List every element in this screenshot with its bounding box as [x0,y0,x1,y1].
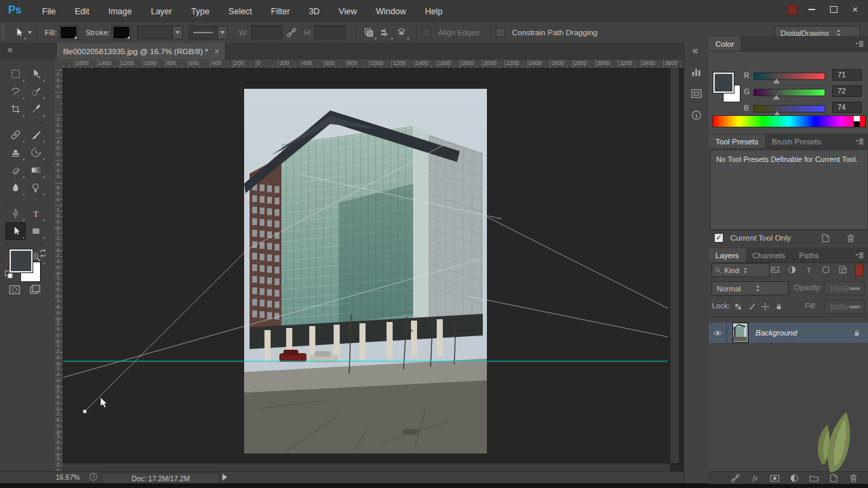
layer-style-icon[interactable]: fx [749,472,761,483]
filter-kind-combo[interactable]: Kind [711,263,770,277]
menu-view[interactable]: View [329,0,366,22]
menu-layer[interactable]: Layer [141,0,181,22]
lasso-tool[interactable] [5,83,26,100]
maximize-button[interactable] [826,4,841,15]
eyedropper-tool[interactable] [26,100,46,118]
panel-menu-icon[interactable] [855,136,865,146]
lock-all-icon[interactable] [772,300,785,312]
menu-file[interactable]: File [33,0,65,22]
lock-paint-icon[interactable] [745,300,757,312]
smart-object-filter-icon[interactable] [836,264,850,276]
type-tool[interactable]: T [26,205,46,222]
tab-color[interactable]: Color [709,37,741,51]
new-adjustment-layer-icon[interactable] [788,472,800,483]
info-icon[interactable] [690,109,704,123]
path-alignment-button[interactable] [377,25,393,40]
history-brush-tool[interactable] [26,144,46,161]
foreground-color-swatch[interactable] [9,249,33,272]
channel-value[interactable]: 74 [832,102,862,113]
chevron-down-icon[interactable] [172,26,182,39]
menu-edit[interactable]: Edit [65,0,99,22]
channel-slider[interactable] [753,89,825,96]
blur-tool[interactable] [5,179,26,197]
height-input[interactable] [315,26,346,39]
width-input[interactable] [251,26,282,39]
document-size-info[interactable]: Doc: 17.2M/17.2M [102,472,220,484]
gradient-tool[interactable] [26,161,46,179]
menu-3d[interactable]: 3D [299,0,329,22]
channel-slider[interactable] [753,105,825,113]
layer-thumbnail[interactable] [732,323,749,343]
move-tool[interactable] [26,65,46,83]
tab-close-icon[interactable]: × [214,47,220,56]
close-button[interactable]: × [848,4,863,15]
menu-help[interactable]: Help [416,0,452,22]
tool-preset-picker[interactable] [10,25,26,40]
path-arrangement-button[interactable] [393,25,410,40]
menu-select[interactable]: Select [219,0,262,22]
visibility-toggle[interactable] [709,323,727,343]
filter-toggle-switch[interactable] [855,264,864,277]
path-operations-button[interactable] [361,25,377,40]
minimize-button[interactable] [804,4,819,15]
shape-filter-icon[interactable] [819,264,833,276]
lock-transparency-icon[interactable] [732,300,744,312]
tab-paths[interactable]: Paths [792,248,825,262]
white-swatch[interactable] [854,116,860,121]
brush-tool[interactable] [26,126,46,144]
adjustment-filter-icon[interactable] [785,264,799,276]
link-dimensions-icon[interactable] [286,27,297,38]
image-filter-icon[interactable] [768,264,782,276]
chevron-down-icon[interactable] [217,26,227,39]
lock-position-icon[interactable] [759,300,771,312]
clone-stamp-tool[interactable] [5,144,26,161]
double-chevron-left-icon[interactable] [5,46,14,55]
delete-icon[interactable] [846,233,856,243]
layer-row[interactable]: Background [709,323,868,343]
align-edges-checkbox[interactable] [422,28,431,37]
dodge-tool[interactable] [26,179,46,197]
menu-filter[interactable]: Filter [262,0,300,22]
status-expand-arrow-icon[interactable] [222,474,227,481]
vertical-scrollbar[interactable] [670,68,679,463]
stroke-swatch[interactable] [113,26,130,39]
tab-tool-presets[interactable]: Tool Presets [709,134,765,148]
default-colors-icon[interactable] [4,270,14,280]
stroke-type-combo[interactable] [189,26,228,39]
slider-thumb[interactable] [773,95,780,100]
add-layer-mask-icon[interactable] [768,472,781,483]
eraser-tool[interactable] [5,161,26,179]
swap-colors-icon[interactable] [38,248,48,258]
panel-menu-icon[interactable] [855,39,865,49]
zoom-level-field[interactable]: 16.67% [56,473,80,481]
quick-mask-button[interactable] [8,283,21,296]
horizontal-scrollbar[interactable] [62,463,670,471]
path-selection-tool[interactable] [5,222,26,240]
crop-tool[interactable] [5,100,26,118]
opacity-combo[interactable]: 100% [824,281,865,296]
panel-menu-icon[interactable] [855,250,865,260]
slider-thumb[interactable] [773,79,780,83]
type-filter-icon[interactable]: T [802,264,816,276]
menu-window[interactable]: Window [366,0,415,22]
new-preset-icon[interactable] [821,233,831,243]
options-bar-grip[interactable] [1,25,5,40]
tab-channels[interactable]: Channels [746,248,793,262]
histogram-icon[interactable] [690,66,704,79]
channel-value[interactable]: 72 [832,85,862,97]
rectangular-marquee-tool[interactable] [5,65,26,83]
channel-value[interactable]: 71 [832,69,862,81]
canvas-viewport[interactable] [62,68,684,471]
document-tab[interactable]: file000205813935.jpg @ 16.7% (RGB/8) * × [57,43,226,60]
menu-type[interactable]: Type [182,0,219,22]
pen-tool[interactable] [5,205,26,222]
channel-slider[interactable] [753,73,825,80]
color-spectrum-ramp[interactable] [712,115,866,127]
current-tool-only-checkbox[interactable]: ✓ [714,233,724,243]
quick-selection-tool[interactable] [26,83,46,100]
stroke-width-combo[interactable] [137,26,183,39]
screen-mode-button[interactable] [28,283,41,296]
fill-combo[interactable]: 100% [824,300,865,314]
constrain-path-dragging-checkbox[interactable] [496,28,505,37]
blend-mode-combo[interactable]: Normal [711,281,789,296]
